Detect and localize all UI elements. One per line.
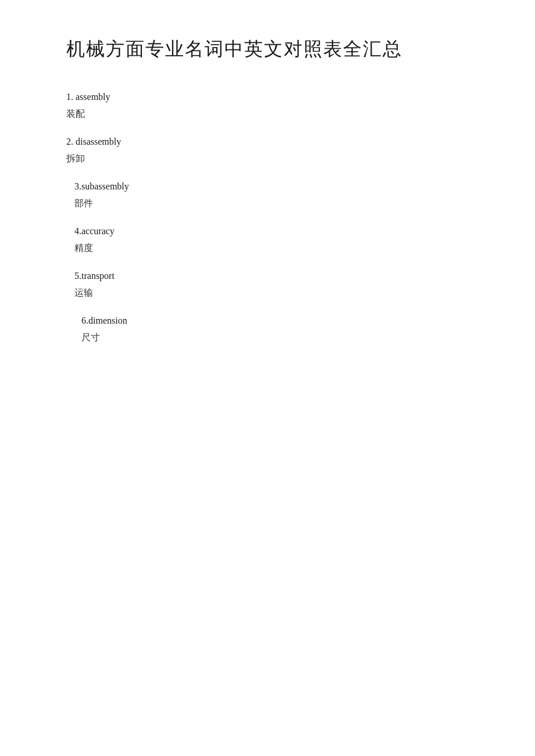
term-chinese-2: 拆卸 [66,153,469,165]
term-entry-3: 3.subassembly部件 [66,181,469,210]
term-chinese-6: 尺寸 [81,332,469,344]
term-chinese-4: 精度 [74,242,469,255]
term-english-4: 4.accuracy [74,226,469,237]
term-entry-2: 2. disassembly拆卸 [66,137,469,165]
term-chinese-3: 部件 [74,198,469,210]
term-chinese-1: 装配 [66,108,469,120]
term-entry-5: 5.transport运输 [66,271,469,299]
term-entry-4: 4.accuracy精度 [66,226,469,255]
term-english-1: 1. assembly [66,92,469,102]
term-chinese-5: 运输 [74,287,469,299]
term-english-6: 6.dimension [81,316,469,326]
term-entry-6: 6.dimension尺寸 [66,316,469,344]
term-english-5: 5.transport [74,271,469,281]
term-entry-1: 1. assembly装配 [66,92,469,120]
page-title: 机械方面专业名词中英文对照表全汇总 [66,35,469,63]
terms-list: 1. assembly装配2. disassembly拆卸3.subassemb… [66,92,469,344]
term-english-3: 3.subassembly [74,181,469,192]
term-english-2: 2. disassembly [66,137,469,147]
